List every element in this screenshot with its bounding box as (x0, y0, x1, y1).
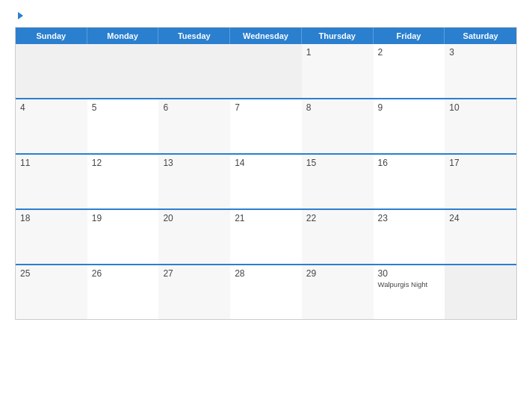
calendar-cell (16, 44, 87, 98)
day-header-wednesday: Wednesday (230, 28, 302, 44)
calendar-cell: 22 (302, 210, 374, 264)
calendar-cell: 6 (158, 99, 230, 153)
calendar-week-4: 18192021222324 (16, 208, 516, 264)
logo (15, 12, 23, 19)
calendar-cell: 8 (302, 99, 374, 153)
calendar-cell: 1 (302, 44, 374, 98)
day-number: 14 (235, 158, 297, 168)
day-number: 13 (163, 158, 226, 168)
calendar-cell: 15 (302, 155, 374, 208)
calendar-body: 1234567891011121314151617181920212223242… (16, 44, 516, 319)
calendar-cell: 24 (445, 210, 516, 264)
day-number: 2 (378, 47, 441, 58)
event-label: Walpurgis Night (378, 280, 441, 288)
calendar-cell: 18 (16, 210, 87, 264)
calendar-grid: SundayMondayTuesdayWednesdayThursdayFrid… (15, 27, 517, 320)
day-number: 8 (306, 102, 369, 113)
calendar-cell: 4 (16, 99, 87, 153)
day-header-sunday: Sunday (16, 28, 87, 44)
calendar-cell (87, 44, 159, 98)
day-number: 17 (449, 158, 512, 168)
calendar-cell: 9 (374, 99, 445, 153)
calendar-cell: 25 (16, 265, 87, 319)
day-number: 18 (20, 213, 83, 223)
calendar-cell: 30Walpurgis Night (374, 265, 445, 319)
day-number: 27 (163, 268, 226, 279)
calendar-cell: 21 (230, 210, 302, 264)
day-header-saturday: Saturday (445, 28, 516, 44)
calendar-week-3: 11121314151617 (16, 153, 516, 208)
calendar-cell: 13 (158, 155, 230, 208)
calendar-page: SundayMondayTuesdayWednesdayThursdayFrid… (0, 0, 532, 411)
day-number: 12 (92, 158, 155, 168)
calendar-cell: 26 (87, 265, 159, 319)
calendar-cell: 5 (87, 99, 159, 153)
day-number: 22 (306, 213, 369, 223)
calendar-cell: 28 (230, 265, 302, 319)
day-number: 11 (20, 158, 83, 168)
calendar-cell: 7 (230, 99, 302, 153)
day-number: 7 (235, 102, 297, 113)
calendar-cell (230, 44, 302, 98)
calendar-cell: 23 (374, 210, 445, 264)
day-number: 1 (306, 47, 369, 58)
calendar-cell (445, 265, 516, 319)
day-number: 29 (306, 268, 369, 279)
calendar-week-1: 123 (16, 44, 516, 98)
day-header-friday: Friday (374, 28, 445, 44)
calendar-cell: 12 (87, 155, 159, 208)
calendar-cell: 10 (445, 99, 516, 153)
day-header-thursday: Thursday (302, 28, 374, 44)
day-header-tuesday: Tuesday (158, 28, 230, 44)
calendar-cell: 11 (16, 155, 87, 208)
logo-triangle-icon (18, 12, 23, 19)
day-number: 15 (306, 158, 369, 168)
calendar-cell: 20 (158, 210, 230, 264)
day-number: 19 (92, 213, 155, 223)
logo-blue-text (15, 12, 23, 19)
calendar-header-row: SundayMondayTuesdayWednesdayThursdayFrid… (16, 28, 516, 44)
day-number: 4 (20, 102, 83, 113)
day-number: 30 (378, 268, 441, 279)
day-number: 9 (378, 102, 441, 113)
day-number: 16 (378, 158, 441, 168)
day-number: 21 (235, 213, 297, 223)
day-number: 25 (20, 268, 83, 279)
calendar-cell: 3 (445, 44, 516, 98)
calendar-week-2: 45678910 (16, 98, 516, 153)
calendar-cell: 29 (302, 265, 374, 319)
calendar-week-5: 252627282930Walpurgis Night (16, 264, 516, 319)
day-number: 3 (449, 47, 512, 58)
day-number: 20 (163, 213, 226, 223)
day-number: 28 (235, 268, 297, 279)
header (15, 12, 517, 19)
day-number: 5 (92, 102, 155, 113)
calendar-cell: 17 (445, 155, 516, 208)
calendar-cell: 2 (374, 44, 445, 98)
day-number: 24 (449, 213, 512, 223)
calendar-cell: 16 (374, 155, 445, 208)
calendar-cell (158, 44, 230, 98)
day-number: 10 (449, 102, 512, 113)
calendar-cell: 19 (87, 210, 159, 264)
calendar-cell: 27 (158, 265, 230, 319)
day-number: 6 (163, 102, 226, 113)
day-header-monday: Monday (87, 28, 159, 44)
calendar-cell: 14 (230, 155, 302, 208)
day-number: 26 (92, 268, 155, 279)
day-number: 23 (378, 213, 441, 223)
